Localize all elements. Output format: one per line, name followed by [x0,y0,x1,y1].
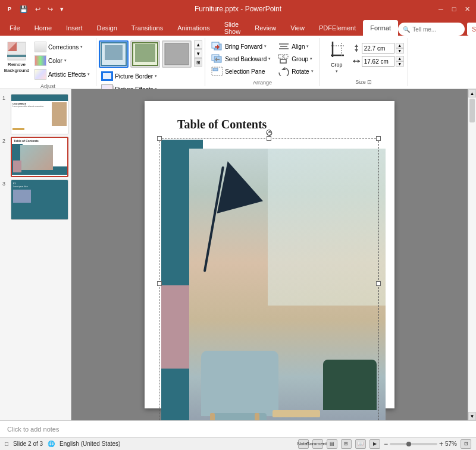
size-label: Size ⊡ [324,78,404,85]
gallery-down-arrow[interactable]: ▼ [194,49,202,58]
title-bar-left: P 💾 ↩ ↪ ▾ [5,4,65,14]
rotate-button[interactable]: Rotate ▾ [275,65,315,77]
width-input[interactable]: 17.62 cm [362,56,394,67]
style-thumb-1[interactable] [99,40,129,68]
fit-window-button[interactable]: ⊡ [461,439,471,449]
size-expand-icon[interactable]: ⊡ [367,79,372,85]
picture-border-icon [101,71,113,81]
scroll-thumb[interactable] [469,99,475,122]
maximize-button[interactable]: □ [450,5,458,13]
slide-info: Slide 2 of 3 [13,440,43,447]
scroll-down-button[interactable]: ▼ [468,412,476,420]
notes-bar[interactable]: Click to add notes [0,420,476,437]
tab-insert[interactable]: Insert [59,20,90,36]
bring-forward-icon [211,42,223,51]
tab-slideshow[interactable]: Slide Show [217,20,248,36]
notes-placeholder[interactable]: Click to add notes [7,426,59,433]
height-input[interactable]: 22.7 cm [362,43,394,54]
picture-border-arrow: ▾ [155,74,157,78]
customize-qat-button[interactable]: ▾ [58,5,65,14]
ribbon-tab-bar: File Home Insert Design Transitions Anim… [0,18,476,36]
corrections-button[interactable]: Corrections ▾ [32,40,92,54]
scroll-up-button[interactable]: ▲ [468,89,476,97]
send-backward-button[interactable]: Send Backward ▾ [209,53,273,65]
normal-view-button[interactable]: ▤ [327,439,337,449]
slide-thumb-3[interactable]: 01 Lorem ipsum dolor [11,180,68,220]
minimize-button[interactable]: ─ [437,5,445,13]
styles-gallery [99,40,192,68]
tab-format[interactable]: Format [363,20,398,36]
width-up-button[interactable]: ▲ [396,56,404,61]
save-button[interactable]: 💾 [18,5,30,14]
tab-transitions[interactable]: Transitions [124,20,170,36]
tab-home[interactable]: Home [27,20,59,36]
ribbon-group-size: Crop ▾ 22.7 cm ▲ ▼ [320,38,408,86]
rotate-icon [278,67,290,76]
comments-toggle-button[interactable]: Comments [312,439,323,449]
slide-sorter-button[interactable]: ⊞ [341,439,352,449]
height-up-button[interactable]: ▲ [396,43,404,48]
artistic-effects-button[interactable]: Artistic Effects ▾ [32,68,92,81]
tell-me-input[interactable] [412,26,460,33]
bring-forward-button[interactable]: Bring Forward ▾ [209,40,273,52]
reading-view-button[interactable]: 📖 [355,439,366,449]
corrections-dropdown-arrow: ▾ [80,45,83,49]
group-icon [278,54,290,64]
title-bar-controls: ─ □ ✕ [437,5,471,13]
group-arrow: ▾ [310,56,312,61]
share-button[interactable]: Share [467,23,476,36]
color-dropdown-arrow: ▾ [64,58,67,63]
ribbon-group-picture-styles: ▲ ▼ ⊞ Picture Border ▾ Picture Effects ▾ [96,38,205,86]
slide-canvas: Table of Contents [145,101,394,408]
gallery-up-arrow[interactable]: ▲ [194,40,202,49]
slide-num-3: 3 [2,181,8,187]
handle-tr[interactable] [376,136,381,141]
slide-panel: 1 COLUMBUS Lorem ipsum dolor sit amet co… [0,89,71,420]
gallery-more-arrow[interactable]: ⊞ [194,58,202,67]
redo-button[interactable]: ↪ [46,5,55,14]
zoom-percent[interactable]: 57% [445,440,457,447]
group-button[interactable]: Group ▾ [275,53,315,65]
svg-rect-3 [7,55,26,57]
tab-review[interactable]: Review [248,20,283,36]
size-content: Crop ▾ 22.7 cm ▲ ▼ [324,39,404,78]
tab-view[interactable]: View [283,20,312,36]
undo-button[interactable]: ↩ [33,5,42,14]
tab-animations[interactable]: Animations [170,20,217,36]
zoom-minus-button[interactable]: − [384,440,388,448]
adjust-col: Corrections ▾ Color ▾ Artistic Effects ▾ [32,40,92,81]
picture-border-button[interactable]: Picture Border ▾ [99,70,202,82]
language-icon: 🌐 [48,440,55,447]
style-thumb-2[interactable] [130,40,160,68]
tab-file[interactable]: File [2,20,27,36]
crop-button[interactable]: Crop ▾ [324,40,350,75]
title-bar: P 💾 ↩ ↪ ▾ Furniture.pptx - PowerPoint ─ … [0,0,476,18]
tab-design[interactable]: Design [90,20,124,36]
zoom-slider[interactable] [390,443,437,445]
ribbon-group-adjust: Remove Background Corrections ▾ Color ▾ … [0,38,96,86]
styles-content: ▲ ▼ ⊞ [99,39,202,69]
tab-pdfelement[interactable]: PDFElement [312,20,363,36]
selection-pane-button[interactable]: Selection Pane [209,65,273,77]
language-label: English (United States) [60,440,120,447]
adjust-label: Adjust [4,82,92,89]
height-down-button[interactable]: ▼ [396,48,404,54]
color-icon [35,55,46,66]
remove-background-button[interactable]: Remove Background [4,40,30,74]
slide-thumb-2[interactable]: Table of Contents [11,137,68,177]
slide-thumb-1[interactable]: COLUMBUS Lorem ipsum dolor sit amet cons… [11,94,68,134]
selection-pane-icon [211,67,223,76]
height-row: 22.7 cm ▲ ▼ [352,43,404,54]
close-button[interactable]: ✕ [463,5,471,13]
arrange-col2: Align ▾ Group ▾ [275,40,315,77]
color-button[interactable]: Color ▾ [32,54,92,67]
align-button[interactable]: Align ▾ [275,40,315,52]
handle-tm[interactable] [267,136,271,141]
width-down-button[interactable]: ▼ [396,61,404,67]
rotation-handle[interactable] [266,130,272,136]
slideshow-button[interactable]: ▶ [369,439,380,449]
zoom-plus-button[interactable]: + [439,440,443,448]
canvas-area[interactable]: Table of Contents [71,89,468,420]
style-thumb-3[interactable] [162,40,192,68]
artistic-dropdown-arrow: ▾ [87,72,90,77]
